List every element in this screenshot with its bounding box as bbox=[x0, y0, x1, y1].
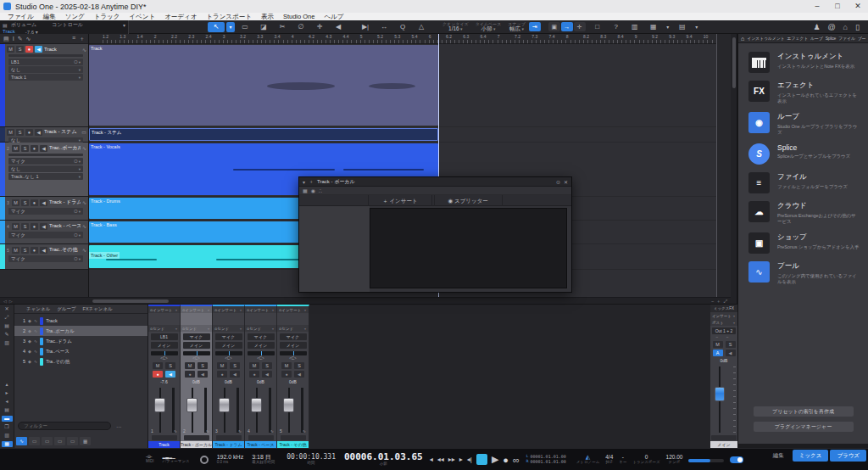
fader-handle[interactable] bbox=[283, 398, 294, 412]
folder-icon[interactable]: ▭ bbox=[81, 129, 86, 135]
browser-tab[interactable]: Splice bbox=[826, 36, 836, 41]
console-trash-icon[interactable]: ◂ bbox=[5, 399, 8, 405]
transpose-control[interactable]: 0 トランスポーズ bbox=[632, 454, 659, 464]
browser-item-title[interactable]: インストゥルメント bbox=[777, 52, 854, 62]
send-section-header[interactable]: センド bbox=[213, 325, 244, 332]
performance-meter[interactable]: ▂▃▂▁ パフォーマンス bbox=[163, 455, 190, 463]
grid-view-icon[interactable]: ▦ bbox=[645, 22, 662, 32]
console-detach-icon[interactable]: ⤢ bbox=[5, 315, 9, 321]
monitor-button[interactable]: ◀ bbox=[230, 371, 240, 378]
arrow-tool-icon[interactable]: ↖ bbox=[208, 22, 225, 32]
monitor-button[interactable]: ◀ bbox=[40, 247, 47, 254]
console-inputs-icon[interactable]: ▸ bbox=[5, 390, 8, 396]
timeline-ruler[interactable]: 1.21.31.422.22.32.433.23.33.444.24.34.45… bbox=[89, 34, 731, 44]
console-narrow-icon[interactable]: ▴ bbox=[5, 382, 8, 388]
bank-column-header[interactable]: FXチャンネル bbox=[83, 306, 113, 312]
menu-item[interactable]: オーディオ bbox=[160, 13, 201, 20]
monitor-button[interactable]: ◀ bbox=[262, 371, 272, 378]
mute-button[interactable]: M bbox=[12, 199, 19, 206]
solo-button[interactable]: S bbox=[21, 223, 29, 230]
output-select[interactable]: メイン bbox=[248, 342, 275, 349]
console-grid-icon[interactable]: ▦ bbox=[2, 441, 13, 447]
solo-button[interactable]: S bbox=[198, 362, 208, 369]
record-arm-button[interactable]: ● bbox=[25, 129, 33, 136]
maximize-button[interactable]: □ bbox=[827, 0, 848, 13]
mute-button[interactable]: M bbox=[217, 362, 227, 369]
home-icon[interactable]: ⌂ bbox=[843, 23, 848, 31]
console-banks-icon[interactable]: ▤ bbox=[4, 407, 9, 413]
cue-pill[interactable] bbox=[216, 435, 242, 440]
menu-item[interactable]: イベント bbox=[125, 13, 159, 20]
browser-item[interactable]: ▣ ショップ PreSonus ショップからアドオンを入手 bbox=[748, 232, 860, 254]
track-header-drums[interactable]: 3 M S ● ◀ Track - ドラム ∿ マイク O bbox=[0, 197, 88, 221]
insert-section-header[interactable]: インサート bbox=[245, 306, 276, 313]
browser-item[interactable]: ≡ ファイル ファイルとフォルダーをブラウズ bbox=[748, 172, 860, 193]
tab-insert[interactable]: ＋ インサート bbox=[368, 195, 431, 206]
browser-item-title[interactable]: エフェクト bbox=[777, 81, 860, 91]
cue-pill[interactable] bbox=[184, 435, 209, 440]
key-signature[interactable]: - キー bbox=[619, 454, 626, 464]
rebuild-preset-index-button[interactable]: プリセットの索引を再作成 bbox=[754, 406, 854, 417]
gain-value[interactable]: 0dB bbox=[225, 379, 232, 384]
solo-button[interactable]: S bbox=[294, 362, 304, 369]
eraser-tool-icon[interactable]: ◪ bbox=[255, 22, 272, 32]
fader-handle[interactable] bbox=[186, 398, 198, 412]
menu-item[interactable]: 表示 bbox=[257, 13, 278, 20]
view-browse-button[interactable]: ブラウズ bbox=[830, 450, 866, 462]
output-select[interactable]: メイン bbox=[183, 342, 210, 349]
solo-button[interactable]: S bbox=[21, 199, 29, 206]
arrange-hscrollbar[interactable]: − ＋ ⤢ bbox=[89, 297, 731, 304]
track-automation-icon[interactable]: ∿ bbox=[26, 36, 31, 42]
record-arm-button[interactable]: ● bbox=[281, 371, 292, 378]
insert-section-header[interactable]: インサート bbox=[148, 306, 180, 313]
browser-tab[interactable]: エフェクト bbox=[787, 36, 809, 41]
browser-item-title[interactable]: プール bbox=[777, 261, 860, 271]
insert-section-header[interactable]: インサート bbox=[277, 306, 309, 313]
bank-column-header[interactable]: チャンネル bbox=[26, 306, 50, 312]
loop-button[interactable]: ∞ bbox=[513, 455, 520, 465]
quantize-q-icon[interactable]: Q bbox=[394, 22, 411, 32]
layers-view-icon[interactable]: ▤ bbox=[674, 22, 691, 32]
send-section-header[interactable]: センド bbox=[181, 325, 212, 332]
close-button[interactable]: ✕ bbox=[848, 0, 868, 13]
main-gain-value[interactable]: 0dB bbox=[721, 358, 728, 363]
bank-column-header[interactable]: グループ bbox=[57, 306, 75, 312]
track-name[interactable]: Track - ベース bbox=[49, 222, 81, 230]
tempo-control[interactable]: 120.00 テンポ bbox=[666, 454, 683, 464]
plugin-manager-button[interactable]: プラグインマネージャー bbox=[754, 422, 854, 432]
track-output-select[interactable]: Track 1 bbox=[8, 74, 83, 81]
solo-button[interactable]: S bbox=[21, 145, 29, 152]
record-arm-button[interactable]: ● bbox=[249, 371, 259, 378]
console-meter-icon[interactable]: ▥ bbox=[4, 433, 9, 439]
send-section-header[interactable]: センド bbox=[277, 325, 309, 332]
vscroll-thumb[interactable] bbox=[732, 37, 736, 88]
mute-button[interactable]: M bbox=[12, 223, 19, 230]
track-name[interactable]: Trac..ボーカル bbox=[49, 144, 81, 152]
remote-device-icon[interactable]: ▯ bbox=[855, 23, 860, 31]
main-fader-handle[interactable] bbox=[715, 387, 725, 401]
mute-button[interactable]: M bbox=[12, 247, 19, 254]
pan-slider[interactable] bbox=[215, 351, 242, 355]
split-tool-icon[interactable]: ✂ bbox=[274, 22, 291, 32]
track-output-select[interactable]: Track..なし 1 bbox=[8, 173, 83, 180]
view-edit-button[interactable]: 編集 bbox=[766, 450, 791, 462]
solo-button[interactable]: S bbox=[230, 362, 240, 369]
lane-stem[interactable]: Track - ステム bbox=[89, 127, 731, 143]
play-button[interactable]: ▶ bbox=[492, 454, 498, 465]
quantize-select[interactable]: クオンタイズ 1/16 bbox=[442, 22, 469, 32]
mute-button[interactable]: M bbox=[12, 145, 19, 152]
monitor-button[interactable]: ◀ bbox=[198, 371, 208, 378]
tab-splitter[interactable]: ◉ スプリッター bbox=[434, 195, 503, 206]
track-preset-select[interactable]: なし bbox=[8, 165, 83, 172]
bank-channel-row[interactable]: 3 ◆∿ Trac..ドラム bbox=[14, 336, 147, 346]
menu-item[interactable]: ヘルプ bbox=[320, 13, 348, 20]
snap-toggle[interactable]: ⇥ bbox=[529, 22, 541, 31]
menu-item[interactable]: Studio One bbox=[279, 13, 320, 20]
bank-type-filters[interactable]: ∿ ▭▭ ▭▭ ▦ bbox=[16, 437, 91, 445]
metronome-control[interactable]: ◭ メトロノーム bbox=[576, 454, 600, 465]
browser-item[interactable]: FX エフェクト インストールされているエフェクトを表示 bbox=[748, 81, 860, 104]
console-plugs-icon[interactable]: ▥ bbox=[4, 340, 9, 346]
cue-pill[interactable] bbox=[711, 435, 737, 440]
pin-icon[interactable]: ⊙ bbox=[556, 179, 560, 185]
io-button[interactable]: ▤ bbox=[4, 323, 9, 329]
